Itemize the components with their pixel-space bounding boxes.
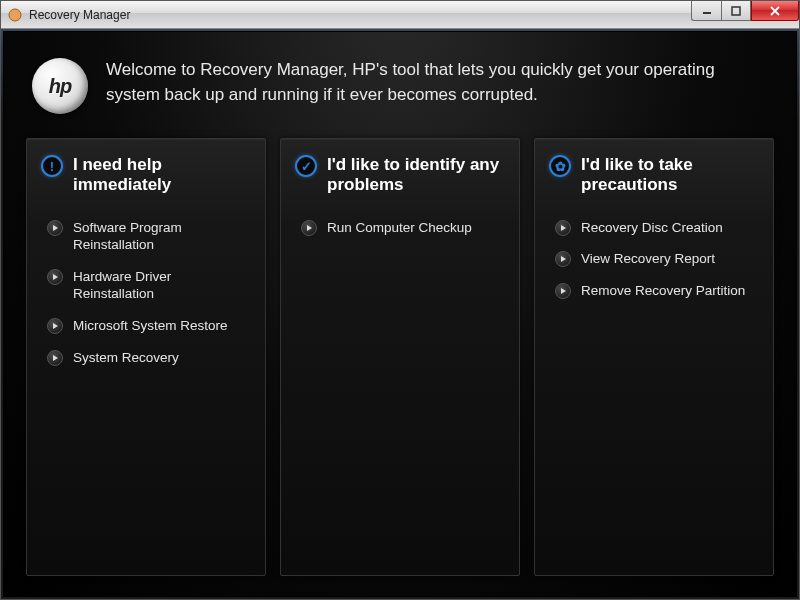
window-controls — [691, 1, 799, 21]
header: hp Welcome to Recovery Manager, HP's too… — [26, 50, 774, 132]
app-window: Recovery Manager hp Welcome to Recovery … — [0, 0, 800, 600]
play-icon — [555, 251, 571, 267]
panel-header: ✿ I'd like to take precautions — [549, 155, 759, 196]
check-icon: ✓ — [295, 155, 317, 177]
svg-rect-2 — [732, 7, 740, 15]
panel-title: I'd like to identify any problems — [327, 155, 505, 196]
item-system-recovery[interactable]: System Recovery — [41, 342, 251, 374]
item-label: Recovery Disc Creation — [581, 219, 723, 237]
panels-row: ! I need help immediately Software Progr… — [26, 132, 774, 576]
play-icon — [555, 220, 571, 236]
panel-identify-problems: ✓ I'd like to identify any problems Run … — [280, 138, 520, 576]
titlebar[interactable]: Recovery Manager — [1, 1, 799, 29]
svg-point-0 — [9, 9, 21, 21]
panel-title: I need help immediately — [73, 155, 251, 196]
item-remove-recovery-partition[interactable]: Remove Recovery Partition — [549, 275, 759, 307]
play-icon — [47, 350, 63, 366]
item-label: Run Computer Checkup — [327, 219, 472, 237]
item-label: System Recovery — [73, 349, 179, 367]
play-icon — [301, 220, 317, 236]
play-icon — [555, 283, 571, 299]
item-view-recovery-report[interactable]: View Recovery Report — [549, 243, 759, 275]
minimize-button[interactable] — [691, 1, 721, 21]
item-recovery-disc-creation[interactable]: Recovery Disc Creation — [549, 212, 759, 244]
item-software-reinstall[interactable]: Software Program Reinstallation — [41, 212, 251, 261]
panel-title: I'd like to take precautions — [581, 155, 759, 196]
alert-icon: ! — [41, 155, 63, 177]
item-label: Microsoft System Restore — [73, 317, 228, 335]
hp-logo-icon: hp — [32, 58, 88, 114]
maximize-button[interactable] — [721, 1, 751, 21]
window-title: Recovery Manager — [29, 8, 130, 22]
panel-header: ! I need help immediately — [41, 155, 251, 196]
panel-precautions: ✿ I'd like to take precautions Recovery … — [534, 138, 774, 576]
item-label: Software Program Reinstallation — [73, 219, 249, 254]
welcome-text: Welcome to Recovery Manager, HP's tool t… — [106, 58, 746, 107]
play-icon — [47, 220, 63, 236]
panel-help-immediately: ! I need help immediately Software Progr… — [26, 138, 266, 576]
play-icon — [47, 318, 63, 334]
close-button[interactable] — [751, 1, 799, 21]
play-icon — [47, 269, 63, 285]
item-label: View Recovery Report — [581, 250, 715, 268]
item-label: Hardware Driver Reinstallation — [73, 268, 249, 303]
gear-icon: ✿ — [549, 155, 571, 177]
item-system-restore[interactable]: Microsoft System Restore — [41, 310, 251, 342]
item-computer-checkup[interactable]: Run Computer Checkup — [295, 212, 505, 244]
panel-header: ✓ I'd like to identify any problems — [295, 155, 505, 196]
item-hardware-driver-reinstall[interactable]: Hardware Driver Reinstallation — [41, 261, 251, 310]
client-area: hp Welcome to Recovery Manager, HP's too… — [3, 31, 797, 597]
app-icon — [7, 7, 23, 23]
item-label: Remove Recovery Partition — [581, 282, 745, 300]
